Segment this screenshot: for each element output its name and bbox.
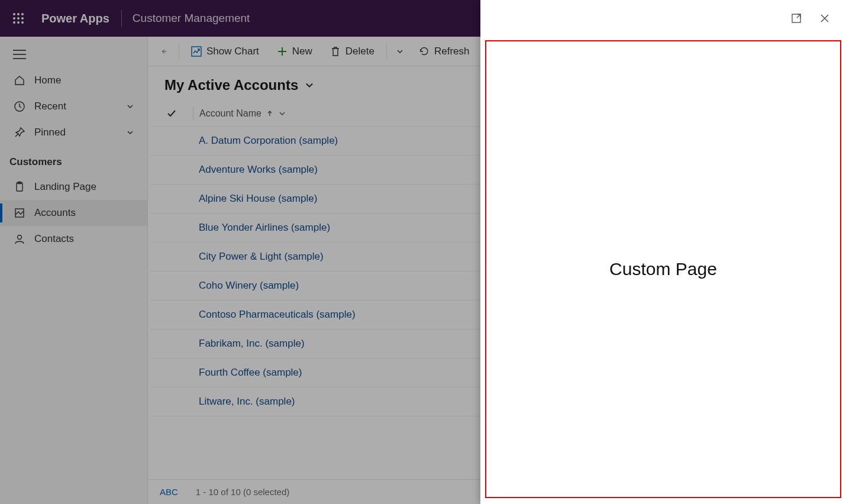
left-nav: Home Recent Pinned Custome — [0, 37, 148, 504]
view-title: My Active Accounts — [164, 77, 298, 93]
chevron-down-icon[interactable] — [278, 109, 286, 118]
delete-label: Delete — [345, 46, 374, 57]
nav-recent[interactable]: Recent — [0, 93, 147, 119]
new-button[interactable]: New — [270, 42, 319, 61]
clipboard-icon — [13, 180, 26, 193]
svg-point-8 — [21, 21, 24, 24]
side-panel: Custom Page — [480, 0, 846, 504]
nav-section-customers: Customers — [0, 146, 147, 174]
svg-line-13 — [15, 134, 18, 137]
show-chart-label: Show Chart — [206, 46, 259, 57]
command-separator — [179, 43, 179, 60]
nav-landing-page[interactable]: Landing Page — [0, 174, 147, 200]
panel-body: Custom Page — [480, 37, 846, 504]
app-launcher-icon[interactable] — [8, 8, 28, 28]
close-panel-button[interactable] — [818, 11, 832, 25]
nav-item-label: Contacts — [34, 233, 74, 245]
home-icon — [13, 74, 26, 87]
delete-split-button[interactable] — [392, 47, 408, 56]
chevron-down-icon — [304, 80, 315, 91]
show-chart-button[interactable]: Show Chart — [184, 42, 266, 61]
refresh-label: Refresh — [434, 46, 470, 57]
expand-panel-button[interactable] — [789, 11, 803, 25]
refresh-button[interactable]: Refresh — [412, 42, 477, 61]
svg-point-2 — [21, 13, 24, 15]
pin-icon — [13, 126, 26, 139]
sort-ascending-icon — [266, 110, 273, 117]
app-name[interactable]: Customer Management — [133, 12, 250, 25]
svg-point-17 — [18, 235, 22, 240]
nav-pinned-label: Pinned — [34, 127, 66, 138]
custom-page-label: Custom Page — [609, 259, 717, 279]
svg-point-4 — [17, 17, 20, 20]
entity-icon — [13, 206, 26, 219]
chevron-down-icon — [126, 102, 134, 111]
chevron-down-icon — [126, 128, 134, 137]
nav-contacts[interactable]: Contacts — [0, 226, 147, 252]
person-icon — [13, 232, 26, 245]
svg-point-7 — [17, 21, 20, 24]
custom-page-frame: Custom Page — [485, 40, 841, 498]
select-all-column[interactable] — [150, 108, 193, 119]
nav-home[interactable]: Home — [0, 67, 147, 93]
new-label: New — [292, 46, 312, 57]
svg-point-1 — [17, 13, 20, 15]
nav-recent-label: Recent — [34, 101, 66, 112]
nav-home-label: Home — [34, 75, 61, 86]
alpha-filter-button[interactable]: ABC — [160, 487, 178, 497]
product-brand[interactable]: Power Apps — [41, 12, 109, 25]
svg-rect-18 — [192, 47, 201, 56]
plus-icon — [277, 46, 288, 57]
nav-item-label: Accounts — [34, 207, 76, 219]
command-separator — [386, 43, 387, 60]
svg-point-6 — [13, 21, 15, 24]
chart-icon — [191, 46, 202, 57]
svg-point-0 — [13, 13, 15, 15]
nav-pinned[interactable]: Pinned — [0, 119, 147, 146]
trash-icon — [330, 46, 341, 57]
delete-button[interactable]: Delete — [323, 42, 382, 61]
svg-point-3 — [13, 17, 15, 20]
back-button[interactable] — [154, 42, 174, 61]
column-header-name-label: Account Name — [199, 108, 261, 119]
clock-icon — [13, 100, 26, 113]
record-range-label: 1 - 10 of 10 (0 selected) — [196, 487, 289, 497]
svg-point-5 — [21, 17, 24, 20]
header-separator — [121, 10, 122, 27]
nav-collapse-button[interactable] — [0, 45, 147, 67]
nav-accounts[interactable]: Accounts — [0, 200, 147, 226]
nav-item-label: Landing Page — [34, 181, 96, 193]
panel-header — [480, 0, 846, 37]
refresh-icon — [419, 46, 430, 57]
